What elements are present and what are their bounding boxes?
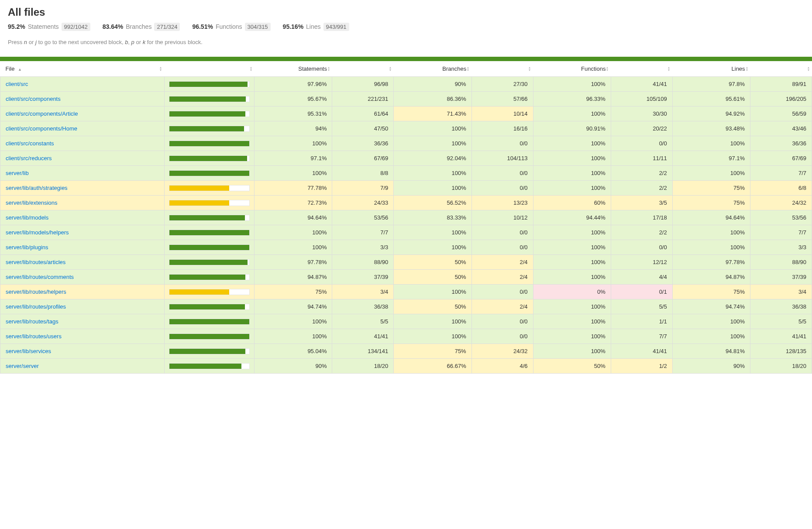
file-cell: client/src/components/Home bbox=[0, 121, 165, 136]
col-header-statements-frac[interactable]: ▴▾ bbox=[332, 61, 394, 77]
lines-frac: 6/8 bbox=[750, 181, 812, 196]
file-link[interactable]: server/lib/extensions bbox=[6, 199, 58, 206]
col-header-file[interactable]: File ▲ ▴▾ bbox=[0, 61, 165, 77]
file-link[interactable]: server/lib/routes/helpers bbox=[6, 289, 66, 295]
lines-pct: 100% bbox=[672, 314, 750, 329]
file-cell: server/lib/auth/strategies bbox=[0, 181, 165, 196]
file-link[interactable]: server/lib/routes/tags bbox=[6, 318, 58, 325]
branches-frac: 10/12 bbox=[471, 210, 533, 225]
statements-frac: 36/36 bbox=[332, 136, 394, 151]
col-header-functions[interactable]: Functions ▴▾ bbox=[533, 61, 611, 77]
branches-pct: 50% bbox=[394, 299, 471, 314]
col-header-functions-frac[interactable]: ▴▾ bbox=[611, 61, 672, 77]
lines-pct: 100% bbox=[672, 240, 750, 255]
branches-frac: 57/66 bbox=[471, 92, 533, 106]
lines-frac: 7/7 bbox=[750, 166, 812, 181]
branches-frac: 104/113 bbox=[471, 151, 533, 166]
coverage-bar-cell bbox=[164, 136, 255, 151]
branches-pct: 71.43% bbox=[394, 106, 471, 121]
sort-icon: ▴▾ bbox=[606, 66, 608, 72]
col-header-bar[interactable]: ▴▾ bbox=[164, 61, 255, 77]
coverage-bar bbox=[169, 230, 250, 236]
file-link[interactable]: server/lib/services bbox=[6, 348, 51, 354]
file-link[interactable]: client/src/constants bbox=[6, 140, 54, 147]
file-link[interactable]: server/lib/routes/profiles bbox=[6, 303, 66, 310]
lines-pct: 95.61% bbox=[672, 92, 750, 106]
lines-pct: 97.8% bbox=[672, 77, 750, 92]
summary-frac: 304/315 bbox=[245, 23, 271, 31]
file-cell: server/lib/services bbox=[0, 344, 165, 359]
functions-frac: 12/12 bbox=[611, 255, 672, 270]
file-link[interactable]: client/src/components/Home bbox=[6, 125, 77, 132]
file-cell: client/src/reducers bbox=[0, 151, 165, 166]
table-row: server/lib/models/helpers100%7/7100%0/01… bbox=[0, 225, 812, 240]
file-cell: server/lib/routes/tags bbox=[0, 314, 165, 329]
file-link[interactable]: server/lib/routes/users bbox=[6, 333, 62, 340]
branches-pct: 100% bbox=[394, 285, 471, 299]
coverage-bar bbox=[169, 200, 250, 206]
functions-frac: 5/5 bbox=[611, 299, 672, 314]
col-header-branches[interactable]: Branches ▴▾ bbox=[394, 61, 471, 77]
file-link[interactable]: server/server bbox=[6, 363, 39, 369]
coverage-bar-cell bbox=[164, 106, 255, 121]
file-link[interactable]: client/src bbox=[6, 81, 28, 87]
lines-pct: 75% bbox=[672, 196, 750, 210]
file-link[interactable]: server/lib/routes/comments bbox=[6, 274, 74, 280]
functions-frac: 7/7 bbox=[611, 329, 672, 344]
coverage-bar-cell bbox=[164, 285, 255, 299]
coverage-bar bbox=[169, 126, 250, 132]
branches-frac: 0/0 bbox=[471, 240, 533, 255]
col-header-branches-frac[interactable]: ▴▾ bbox=[471, 61, 533, 77]
statements-pct: 95.31% bbox=[255, 106, 332, 121]
coverage-bar bbox=[169, 333, 250, 340]
table-row: server/lib/models94.64%53/5683.33%10/129… bbox=[0, 210, 812, 225]
coverage-bar bbox=[169, 259, 250, 265]
lines-pct: 100% bbox=[672, 136, 750, 151]
file-link[interactable]: server/lib/routes/articles bbox=[6, 259, 65, 265]
col-header-statements[interactable]: Statements ▴▾ bbox=[255, 61, 332, 77]
lines-frac: 3/3 bbox=[750, 240, 812, 255]
branches-pct: 50% bbox=[394, 255, 471, 270]
table-row: server/lib/routes/comments94.87%37/3950%… bbox=[0, 270, 812, 285]
file-link[interactable]: server/lib/auth/strategies bbox=[6, 185, 68, 191]
summary-pct: 96.51% bbox=[192, 23, 213, 30]
statements-pct: 90% bbox=[255, 359, 332, 374]
coverage-bar bbox=[169, 141, 250, 147]
file-link[interactable]: client/src/components bbox=[6, 96, 61, 102]
branches-frac: 2/4 bbox=[471, 299, 533, 314]
functions-pct: 100% bbox=[533, 344, 611, 359]
statements-frac: 18/20 bbox=[332, 359, 394, 374]
file-link[interactable]: client/src/reducers bbox=[6, 155, 52, 161]
table-row: server/lib100%8/8100%0/0100%2/2100%7/7 bbox=[0, 166, 812, 181]
file-cell: client/src/components bbox=[0, 92, 165, 106]
branches-frac: 2/4 bbox=[471, 270, 533, 285]
lines-frac: 88/90 bbox=[750, 255, 812, 270]
coverage-bar bbox=[169, 304, 250, 310]
summary-item: 95.2%Statements992/1042 bbox=[8, 23, 90, 31]
file-link[interactable]: client/src/components/Article bbox=[6, 110, 78, 117]
table-row: client/src97.96%96/9890%27/30100%41/4197… bbox=[0, 77, 812, 92]
coverage-bar bbox=[169, 289, 250, 295]
file-link[interactable]: server/lib/models/helpers bbox=[6, 229, 69, 236]
functions-frac: 41/41 bbox=[611, 344, 672, 359]
statements-frac: 37/39 bbox=[332, 270, 394, 285]
branches-frac: 0/0 bbox=[471, 225, 533, 240]
lines-pct: 100% bbox=[672, 225, 750, 240]
file-link[interactable]: server/lib/plugins bbox=[6, 244, 48, 251]
branches-pct: 83.33% bbox=[394, 210, 471, 225]
col-header-lines[interactable]: Lines ▴▾ bbox=[672, 61, 750, 77]
branches-frac: 0/0 bbox=[471, 181, 533, 196]
functions-pct: 100% bbox=[533, 299, 611, 314]
statements-frac: 41/41 bbox=[332, 329, 394, 344]
statements-frac: 47/50 bbox=[332, 121, 394, 136]
file-link[interactable]: server/lib bbox=[6, 170, 29, 176]
statements-pct: 100% bbox=[255, 240, 332, 255]
statements-frac: 24/33 bbox=[332, 196, 394, 210]
functions-pct: 50% bbox=[533, 359, 611, 374]
coverage-bar-cell bbox=[164, 210, 255, 225]
table-row: server/lib/routes/users100%41/41100%0/01… bbox=[0, 329, 812, 344]
col-header-lines-frac[interactable]: ▴▾ bbox=[750, 61, 812, 77]
file-link[interactable]: server/lib/models bbox=[6, 214, 48, 221]
branches-frac: 13/23 bbox=[471, 196, 533, 210]
branches-pct: 100% bbox=[394, 136, 471, 151]
